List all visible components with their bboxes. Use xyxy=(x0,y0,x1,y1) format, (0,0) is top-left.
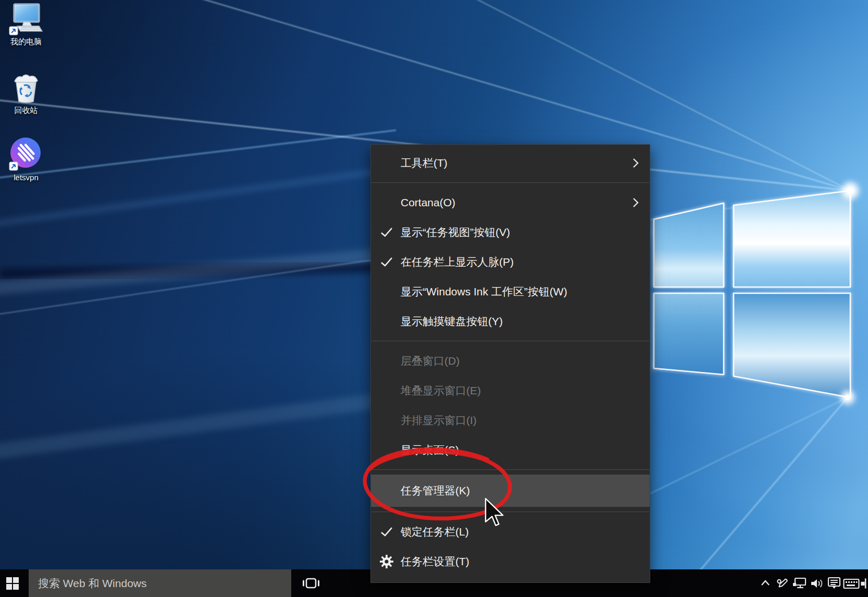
menu-item-label: 锁定任务栏(L) xyxy=(401,525,469,539)
windows-start-icon xyxy=(6,577,19,590)
desktop-icon-label: 回收站 xyxy=(4,106,48,115)
menu-item-cascade-windows: 层叠窗口(D) xyxy=(371,346,650,376)
chevron-right-icon xyxy=(632,157,639,169)
shortcut-arrow-icon xyxy=(9,162,18,170)
chevron-up-icon xyxy=(760,578,771,589)
task-view-icon xyxy=(302,576,320,591)
desktop-icon-label: letsvpn xyxy=(4,173,48,182)
desktop-icon-label: 我的电脑 xyxy=(4,37,48,46)
menu-item-show-desktop[interactable]: 显示桌面(S) xyxy=(371,435,650,465)
taskbar-context-menu: 工具栏(T) Cortana(O) 显示“任务视图”按钮(V) 在任务栏上显示人… xyxy=(370,144,650,583)
menu-item-label: 层叠窗口(D) xyxy=(401,354,460,368)
menu-item-show-windows-ink-workspace-button[interactable]: 显示“Windows Ink 工作区”按钮(W) xyxy=(371,277,650,306)
menu-item-label: Cortana(O) xyxy=(401,196,455,209)
chevron-right-icon xyxy=(632,196,639,209)
taskbar-search-input[interactable]: 搜索 Web 和 Windows xyxy=(29,569,291,597)
task-view-button[interactable] xyxy=(300,569,322,597)
menu-item-show-people-on-taskbar[interactable]: 在任务栏上显示人脉(P) xyxy=(371,247,650,277)
menu-item-label: 任务栏设置(T) xyxy=(401,554,469,569)
windows-desktop: 我的电脑 回收站 xyxy=(0,0,868,597)
menu-item-toolbars[interactable]: 工具栏(T) xyxy=(371,148,650,178)
menu-item-show-touch-keyboard-button[interactable]: 显示触摸键盘按钮(Y) xyxy=(371,306,650,336)
windows-ink-tray-button[interactable] xyxy=(774,569,791,597)
recycle-bin-icon xyxy=(10,73,42,104)
menu-item-side-by-side-windows: 并排显示窗口(I) xyxy=(371,405,650,435)
desktop-icon-recycle-bin[interactable]: 回收站 xyxy=(4,73,48,115)
menu-item-label: 任务管理器(K) xyxy=(401,483,470,498)
checkmark-icon xyxy=(379,256,394,268)
menu-item-taskbar-settings[interactable]: 任务栏设置(T) xyxy=(371,546,650,576)
menu-separator xyxy=(371,182,649,183)
checkmark-icon xyxy=(379,226,394,239)
menu-item-label: 在任务栏上显示人脉(P) xyxy=(401,255,514,269)
menu-item-label: 显示“任务视图”按钮(V) xyxy=(401,225,510,240)
shortcut-arrow-icon xyxy=(9,27,18,35)
menu-item-label: 并排显示窗口(I) xyxy=(401,413,477,428)
letsvpn-icon xyxy=(9,137,43,171)
gear-icon xyxy=(379,554,394,569)
menu-item-lock-taskbar[interactable]: 锁定任务栏(L) xyxy=(371,517,650,546)
menu-separator xyxy=(371,512,649,512)
menu-item-cortana[interactable]: Cortana(O) xyxy=(371,188,650,217)
ime-icon-partial xyxy=(860,576,868,591)
action-center-icon xyxy=(827,577,841,590)
menu-item-stack-windows: 堆叠显示窗口(E) xyxy=(371,376,650,405)
start-button[interactable] xyxy=(0,569,25,597)
menu-separator xyxy=(371,469,649,470)
pen-icon xyxy=(776,577,789,590)
touch-keyboard-tray-button[interactable] xyxy=(842,569,860,597)
menu-item-task-manager[interactable]: 任务管理器(K) xyxy=(371,475,650,507)
checkmark-icon xyxy=(379,526,394,538)
volume-icon xyxy=(810,577,824,590)
desktop-icon-my-computer[interactable]: 我的电脑 xyxy=(4,3,48,46)
desktop-icon-letsvpn[interactable]: letsvpn xyxy=(4,137,48,182)
ime-indicator-button[interactable] xyxy=(860,569,868,597)
wired-network-icon xyxy=(792,577,807,590)
show-hidden-icons-button[interactable] xyxy=(757,569,774,597)
windows-logo-panes xyxy=(654,182,859,404)
menu-item-label: 工具栏(T) xyxy=(401,156,448,170)
menu-item-label: 显示桌面(S) xyxy=(401,443,459,457)
menu-item-show-task-view-button[interactable]: 显示“任务视图”按钮(V) xyxy=(371,217,650,247)
menu-item-label: 堆叠显示窗口(E) xyxy=(401,383,481,398)
menu-item-label: 显示触摸键盘按钮(Y) xyxy=(401,314,503,329)
menu-separator xyxy=(371,341,649,341)
my-computer-icon xyxy=(9,3,43,35)
search-placeholder: 搜索 Web 和 Windows xyxy=(38,576,147,591)
action-center-tray-button[interactable] xyxy=(825,569,842,597)
network-tray-button[interactable] xyxy=(791,569,808,597)
touch-keyboard-icon xyxy=(843,577,860,590)
volume-tray-button[interactable] xyxy=(808,569,825,597)
menu-item-label: 显示“Windows Ink 工作区”按钮(W) xyxy=(401,284,567,299)
system-tray xyxy=(757,569,868,597)
